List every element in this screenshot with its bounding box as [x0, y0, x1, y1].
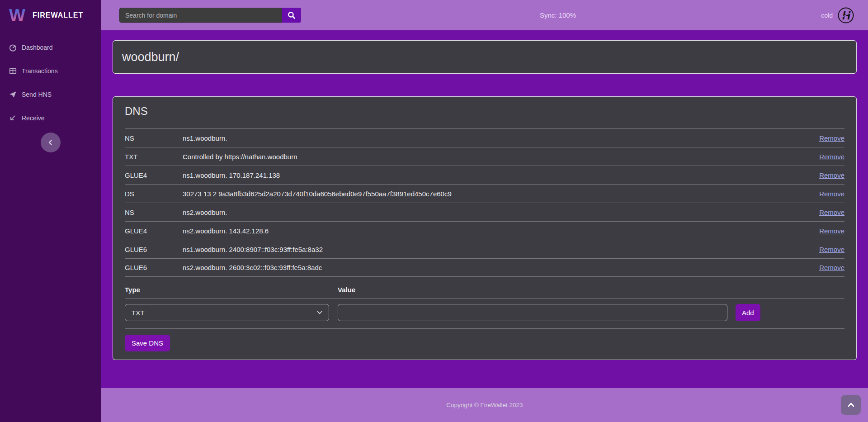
record-type: GLUE6: [125, 264, 183, 271]
firewallet-logo-icon: W: [7, 5, 27, 25]
record-type: NS: [125, 134, 183, 142]
record-value-input[interactable]: [338, 304, 727, 321]
selected-type: TXT: [132, 309, 144, 317]
sidebar-item-send-hns[interactable]: Send HNS: [0, 83, 101, 106]
sidebar: W FIREWALLET Dashboard: [0, 0, 101, 422]
remove-record-link[interactable]: Remove: [819, 246, 844, 253]
record-value: Controlled by https://nathan.woodburn: [183, 153, 799, 161]
sidebar-collapse-button[interactable]: [41, 133, 61, 152]
handshake-hns-icon[interactable]: H: [837, 7, 854, 24]
scroll-to-top-button[interactable]: [841, 395, 861, 415]
add-record-form: TXT Add: [125, 299, 844, 329]
table-icon: [8, 67, 17, 75]
main-content: woodburn/ DNS NS ns1.woodburn. Remove TX…: [101, 30, 868, 388]
record-value: ns1.woodburn. 2400:8907::f03c:93ff:fe5a:…: [183, 246, 799, 253]
record-type: GLUE4: [125, 171, 183, 179]
paper-plane-icon: [8, 91, 17, 98]
dns-card: DNS NS ns1.woodburn. Remove TXT Controll…: [113, 96, 857, 360]
arrow-down-left-icon: [8, 114, 17, 122]
remove-record-link[interactable]: Remove: [819, 190, 844, 198]
record-type: NS: [125, 209, 183, 216]
chevron-down-icon: [317, 311, 322, 314]
footer: Copyright © FireWallet 2023: [101, 388, 868, 422]
table-row: NS ns1.woodburn. Remove: [125, 128, 844, 147]
table-row: NS ns2.woodburn. Remove: [125, 203, 844, 221]
sidebar-item-receive[interactable]: Receive: [0, 106, 101, 130]
topbar: Sync: 100% cold H: [101, 0, 868, 30]
add-record-button[interactable]: Add: [736, 304, 760, 321]
record-value: ns1.woodburn.: [183, 134, 799, 142]
record-type: GLUE4: [125, 227, 183, 235]
record-value: ns2.woodburn. 2600:3c02::f03c:93ff:fe5a:…: [183, 264, 799, 271]
table-row: GLUE4 ns1.woodburn. 170.187.241.138 Remo…: [125, 166, 844, 184]
search-input[interactable]: [119, 8, 282, 23]
table-row: GLUE6 ns1.woodburn. 2400:8907::f03c:93ff…: [125, 240, 844, 258]
sidebar-item-label: Transactions: [22, 67, 58, 75]
brand-home-link[interactable]: W FIREWALLET: [0, 0, 101, 30]
remove-record-link[interactable]: Remove: [819, 264, 844, 271]
remove-record-link[interactable]: Remove: [819, 209, 844, 216]
record-type: DS: [125, 190, 183, 198]
wallet-name: cold: [821, 12, 833, 19]
page-title: woodburn/: [122, 50, 179, 64]
record-value: ns1.woodburn. 170.187.241.138: [183, 171, 799, 179]
record-value: 30273 13 2 9a3a8fb3d625d2a2073d740f10da6…: [183, 190, 799, 198]
sidebar-item-label: Dashboard: [22, 44, 53, 51]
sync-status: Sync: 100%: [540, 0, 576, 30]
wallet-area: cold H: [821, 0, 854, 30]
remove-record-link[interactable]: Remove: [819, 227, 844, 235]
table-row: GLUE6 ns2.woodburn. 2600:3c02::f03c:93ff…: [125, 258, 844, 277]
table-row: TXT Controlled by https://nathan.woodbur…: [125, 147, 844, 166]
remove-record-link[interactable]: Remove: [819, 134, 844, 142]
tachometer-icon: [8, 44, 17, 51]
record-type: TXT: [125, 153, 183, 161]
sidebar-item-label: Receive: [22, 114, 45, 122]
svg-text:W: W: [9, 6, 25, 25]
remove-record-link[interactable]: Remove: [819, 171, 844, 179]
record-value: ns2.woodburn. 143.42.128.6: [183, 227, 799, 235]
sidebar-item-label: Send HNS: [22, 91, 52, 98]
record-value: ns2.woodburn.: [183, 209, 799, 216]
search-icon: [288, 11, 296, 19]
dns-section-title: DNS: [125, 105, 844, 118]
domain-card: woodburn/: [113, 40, 857, 74]
dns-records-table: NS ns1.woodburn. Remove TXT Controlled b…: [125, 128, 844, 277]
copyright-text: Copyright © FireWallet 2023: [446, 402, 523, 408]
type-column-header: Type: [125, 286, 338, 294]
add-record-header: Type Value: [125, 286, 844, 299]
chevron-up-icon: [848, 403, 854, 407]
search-button[interactable]: [282, 8, 301, 23]
sidebar-item-transactions[interactable]: Transactions: [0, 59, 101, 83]
sidebar-item-dashboard[interactable]: Dashboard: [0, 36, 101, 59]
value-column-header: Value: [338, 286, 355, 294]
brand-name: FIREWALLET: [33, 11, 83, 19]
record-type: GLUE6: [125, 246, 183, 253]
remove-record-link[interactable]: Remove: [819, 153, 844, 161]
table-row: GLUE4 ns2.woodburn. 143.42.128.6 Remove: [125, 221, 844, 240]
domain-search: [119, 8, 301, 23]
record-type-select[interactable]: TXT: [125, 304, 329, 321]
chevron-left-icon: [47, 139, 54, 146]
save-dns-button[interactable]: Save DNS: [125, 335, 170, 351]
app-window: W FIREWALLET Dashboard: [0, 0, 868, 422]
table-row: DS 30273 13 2 9a3a8fb3d625d2a2073d740f10…: [125, 184, 844, 203]
sidebar-nav: Dashboard Transactions S: [0, 30, 101, 130]
